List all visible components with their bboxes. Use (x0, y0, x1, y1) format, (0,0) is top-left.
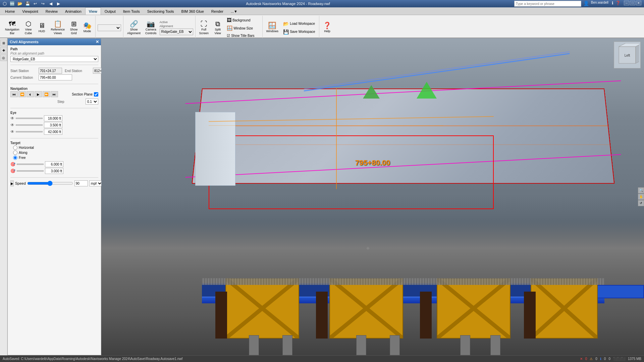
show-alignment-label: ShowAlignment (127, 28, 141, 35)
windows-icon: 🪟 (268, 22, 276, 29)
eye-z-input[interactable] (44, 129, 62, 135)
speed-input[interactable] (74, 180, 88, 186)
nav-prev-fast-button[interactable]: ⏪ (18, 91, 26, 97)
qa-back[interactable]: ◀ (47, 1, 54, 7)
tab-review[interactable]: Review (42, 7, 61, 15)
nav-bar-button[interactable]: 🗺 NavigationBar (3, 19, 21, 36)
target-y-slider[interactable] (17, 170, 44, 172)
current-station-input[interactable] (39, 74, 72, 80)
path-select[interactable]: RidgeGate_EB (10, 56, 98, 62)
nav-next-button[interactable]: ⏩ (43, 91, 50, 97)
step-select[interactable]: 0.1 0.5 1.0 (86, 99, 98, 105)
nav-play-button[interactable]: ▶ (35, 91, 42, 97)
target-along-radio[interactable] (13, 150, 17, 155)
eye-y-input[interactable] (44, 122, 62, 128)
eye-z-slider[interactable] (16, 131, 43, 132)
tab-viewpoint[interactable]: Viewpoint (18, 7, 42, 15)
split-view-button[interactable]: ⧉ SplitView (212, 19, 224, 36)
nav-last-button[interactable]: ⏭ (51, 91, 58, 97)
target-y-input[interactable] (45, 168, 63, 174)
qa-undo[interactable]: ↩ (32, 1, 39, 7)
window-title: Autodesk Navisworks Manage 2024 - Roadwa… (62, 2, 514, 6)
speed-slider[interactable] (27, 180, 73, 186)
speed-unit-select[interactable]: mph kph (89, 180, 103, 186)
target-x-slider[interactable] (17, 164, 44, 165)
hud-button[interactable]: 🖥 HUD (36, 21, 48, 34)
active-alignment-dropdown[interactable]: RidgeGate_EB (160, 28, 193, 35)
workspace-items: 🪟 Windows 📂 Load Workspace 💾 Save Worksp… (265, 16, 317, 39)
qa-new[interactable]: 🆕 (9, 1, 15, 7)
tab-more[interactable]: ...▼ (227, 7, 241, 15)
close-btn[interactable]: ✕ (636, 1, 641, 5)
vp-orbit-btn[interactable]: ↺ (638, 200, 644, 206)
vp-zoom-btn[interactable]: 🔍 (638, 187, 644, 193)
tab-render[interactable]: Render (208, 7, 227, 15)
eye-y-icon: 👁 (10, 123, 14, 127)
view-cube-button[interactable]: ⬡ ViewCube (22, 19, 35, 36)
tab-animation[interactable]: Animation (61, 7, 85, 15)
sidebar-btn-1[interactable]: ⊞ (0, 40, 7, 46)
maximize-btn[interactable]: □ (630, 1, 635, 5)
target-label: Target (10, 141, 98, 145)
info-icon[interactable]: ℹ (612, 1, 613, 7)
windows-button[interactable]: 🪟 Windows (265, 21, 280, 34)
tab-bim360[interactable]: BIM 360 Glue (178, 7, 208, 15)
save-workspace-label: Save Workspace (290, 30, 315, 34)
target-x-input[interactable] (45, 161, 63, 167)
camera-controls-icon: 📷 (147, 20, 155, 27)
full-screen-icon: ⛶ (201, 20, 207, 27)
qa-redo[interactable]: ↪ (40, 1, 46, 7)
tab-sectioning-tools[interactable]: Sectioning Tools (144, 7, 178, 15)
save-workspace-button[interactable]: 💾 Save Workspace (281, 28, 317, 36)
civil-items: 🔗 ShowAlignment 📷 CameraControls Active … (125, 16, 193, 39)
search-input[interactable] (514, 1, 581, 7)
window-size-button[interactable]: 🪟 Window Size (225, 24, 256, 32)
grids-dropdown[interactable] (98, 24, 121, 31)
reference-views-button[interactable]: 📋 ReferenceViews (49, 19, 67, 36)
viewport[interactable]: 795+80.00 Left 🔍 ✋ (101, 38, 644, 355)
mode-button[interactable]: 🎭 Mode (81, 21, 93, 34)
tab-output[interactable]: Output (101, 7, 119, 15)
sidebar-btn-3[interactable]: ◎ (0, 54, 7, 61)
tab-view[interactable]: View (85, 7, 101, 15)
nav-first-button[interactable]: ⏮ (10, 91, 18, 97)
section-plane-checkbox[interactable] (94, 92, 98, 97)
background-button[interactable]: 🖼 Background (225, 16, 256, 24)
show-alignment-button[interactable]: 🔗 ShowAlignment (125, 19, 142, 36)
target-x-icon: 🎯 (10, 162, 15, 167)
divider-2 (10, 84, 98, 84)
pillar-5 (460, 335, 470, 355)
eye-x-slider[interactable] (16, 118, 43, 119)
tab-home[interactable]: Home (1, 7, 18, 15)
start-station-row: Start Station End Station (10, 68, 98, 74)
target-free-radio[interactable] (13, 156, 17, 160)
eye-y-slider[interactable] (16, 124, 43, 126)
start-station-input[interactable] (39, 68, 62, 74)
qa-forward[interactable]: ▶ (55, 1, 62, 7)
camera-controls-button[interactable]: 📷 CameraControls (144, 19, 158, 36)
search-box-header[interactable] (514, 1, 581, 7)
column-3 (420, 292, 432, 339)
status-error-icon: ✕ (580, 357, 583, 361)
tab-item-tools[interactable]: Item Tools (119, 7, 144, 15)
civil-panel-close-button[interactable]: ✕ (96, 40, 99, 44)
minimize-btn[interactable]: ─ (624, 1, 629, 5)
nav-prev-button[interactable]: ⏴ (26, 91, 34, 97)
eye-x-input[interactable] (44, 115, 62, 121)
target-y-row: 🎯 (10, 168, 98, 174)
play-button[interactable]: ▶ (10, 180, 14, 186)
load-workspace-button[interactable]: 📂 Load Workspace (281, 20, 317, 27)
qa-save[interactable]: 💾 (24, 1, 31, 7)
show-grid-button[interactable]: ⊞ ShowGrid (68, 19, 80, 36)
full-screen-button[interactable]: ⛶ FullScreen (198, 19, 211, 36)
civil-panel-header[interactable]: Civil Alignments ✕ (8, 39, 101, 45)
sidebar-btn-2[interactable]: ✚ (0, 47, 7, 54)
target-horizontal-radio[interactable] (13, 145, 17, 150)
vp-pan-btn[interactable]: ✋ (638, 194, 644, 200)
load-workspace-label: Load Workspace (290, 22, 315, 25)
qa-open[interactable]: 📂 (16, 1, 23, 7)
help-icon[interactable]: ❓ (615, 1, 621, 7)
navigation-cube[interactable]: Left (614, 42, 641, 68)
scene-items: ⛶ FullScreen ⧉ SplitView 🖼 Background 🪟 … (198, 16, 260, 39)
help-button[interactable]: ❓ Help (321, 21, 333, 34)
